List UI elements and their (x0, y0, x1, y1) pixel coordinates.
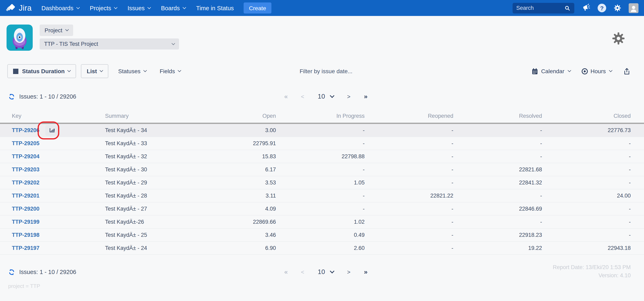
table-row: TTP-29206Test KaydÄ± - 343.00---22776.73 (0, 124, 644, 137)
key-cell: TTP-29203 (12, 163, 105, 176)
resolved-cell: - (453, 127, 542, 133)
pagination: « < 10 > » (284, 268, 367, 276)
reopened-cell: 22821.22 (364, 193, 453, 199)
nav-item-label: Issues (128, 5, 145, 11)
summary-cell: Test KaydÄ± - 33 (105, 140, 187, 146)
issue-key-link[interactable]: TTP-29202 (12, 180, 40, 186)
issue-key-link[interactable]: TTP-29203 (12, 166, 40, 173)
top-results-bar: Issues: 1 - 10 / 29206 « < 10 > » (8, 90, 637, 103)
issue-key-link[interactable]: TTP-29204 (12, 153, 40, 159)
chevron-down-icon (182, 6, 186, 9)
closed-cell: 22943.18 (542, 245, 631, 251)
open-cell: 3.11 (187, 193, 276, 199)
in-progress-cell: - (276, 127, 364, 133)
calendar-dropdown[interactable]: Calendar (532, 68, 571, 75)
search-box (512, 3, 574, 13)
refresh-icon[interactable] (8, 268, 15, 275)
issue-chart-button[interactable] (45, 125, 59, 136)
status-duration-table: KeySummaryOpenIn ProgressReopenedResolve… (0, 108, 644, 255)
search-icon[interactable] (564, 5, 571, 11)
report-settings-gear-icon[interactable] (612, 32, 626, 47)
pagination-last-button[interactable]: » (364, 93, 367, 100)
issues-count-label: Issues: 1 - 10 / 29206 (19, 269, 76, 275)
summary-cell: Test KaydÄ± - 27 (105, 206, 187, 212)
view-dropdown[interactable]: List (81, 64, 108, 78)
in-progress-cell: 0.49 (276, 232, 364, 238)
in-progress-cell: - (276, 140, 364, 146)
megaphone-icon[interactable] (582, 4, 590, 12)
page-size-select[interactable]: 10 (318, 268, 334, 276)
statuses-label: Statuses (118, 68, 140, 74)
issue-key-link[interactable]: TTP-29198 (12, 232, 40, 238)
nav-item-projects[interactable]: Projects (90, 5, 117, 11)
help-icon[interactable]: ? (598, 4, 606, 12)
chevron-down-icon (147, 6, 151, 9)
pagination-first-button[interactable]: « (284, 93, 287, 100)
nav-item-dashboards[interactable]: Dashboards (42, 5, 79, 11)
open-cell: 6.17 (187, 166, 276, 173)
chevron-down-icon (65, 28, 69, 31)
summary-cell: Test KaydÄ± - 28 (105, 193, 187, 199)
nav-item-boards[interactable]: Boards (161, 5, 186, 11)
issue-key-link[interactable]: TTP-29201 (12, 193, 40, 199)
chevron-down-icon (68, 69, 71, 72)
key-cell: TTP-29206 (12, 124, 105, 137)
nav-item-time-in-status[interactable]: Time in Status (196, 5, 234, 11)
top-navigation-bar: Jira DashboardsProjectsIssuesBoardsTime … (0, 0, 644, 16)
issue-date-filter-input[interactable] (300, 64, 390, 78)
issue-key-link[interactable]: TTP-29200 (12, 206, 40, 212)
summary-cell: Test KaydÄ± - 32 (105, 153, 187, 159)
open-cell: 3.46 (187, 232, 276, 238)
report-type-label: Status Duration (22, 68, 64, 74)
pagination-prev-button[interactable]: < (301, 269, 304, 275)
nav-item-issues[interactable]: Issues (128, 5, 150, 11)
closed-cell: - (542, 140, 631, 146)
pagination-last-button[interactable]: » (364, 268, 367, 276)
summary-cell: Test KaydÄ± - 30 (105, 166, 187, 173)
open-cell: 6.90 (187, 245, 276, 251)
summary-cell: Test KaydÄ± - 29 (105, 180, 187, 186)
gear-icon[interactable] (614, 4, 621, 12)
project-select[interactable]: TTP - TIS Test Project (40, 39, 179, 50)
pagination-first-button[interactable]: « (284, 268, 287, 276)
page-size-value: 10 (318, 268, 325, 276)
statuses-dropdown[interactable]: Statuses (118, 68, 146, 74)
scope-dropdown-button[interactable]: Project (40, 25, 73, 36)
jira-logo[interactable]: Jira (6, 3, 32, 13)
chevron-down-icon (609, 69, 612, 72)
in-progress-cell: - (276, 206, 364, 212)
resolved-cell: - (453, 140, 542, 146)
fields-dropdown[interactable]: Fields (160, 68, 181, 74)
summary-cell: Test KaydÄ± - 25 (105, 232, 187, 238)
status-duration-report-page: Jira DashboardsProjectsIssuesBoardsTime … (0, 0, 644, 301)
pagination-prev-button[interactable]: < (301, 93, 304, 100)
table-row: TTP-29197Test KaydÄ± - 246.902.60-19.222… (0, 242, 644, 255)
issue-key-link[interactable]: TTP-29197 (12, 245, 40, 251)
resolved-cell: 22841.32 (453, 180, 542, 186)
export-icon[interactable] (623, 67, 631, 75)
issue-key-link[interactable]: TTP-29205 (12, 140, 40, 146)
table-row: TTP-29200Test KaydÄ± - 274.09--22846.69- (0, 202, 644, 215)
pagination-next-button[interactable]: > (347, 269, 350, 275)
chevron-down-icon (330, 93, 334, 98)
report-type-dropdown[interactable]: Status Duration (7, 64, 76, 78)
issue-key-link[interactable]: TTP-29206 (12, 127, 40, 133)
search-input[interactable] (516, 5, 564, 11)
issue-key-link[interactable]: TTP-29199 (12, 219, 40, 225)
open-cell: 22795.91 (187, 140, 276, 146)
key-cell: TTP-29201 (12, 189, 105, 202)
user-avatar[interactable] (629, 3, 638, 13)
resolved-cell: - (453, 219, 542, 225)
create-button[interactable]: Create (244, 3, 272, 14)
refresh-icon[interactable] (8, 93, 15, 100)
table-header-row: KeySummaryOpenIn ProgressReopenedResolve… (0, 108, 644, 124)
column-header-key: Key (12, 113, 105, 123)
key-cell: TTP-29199 (12, 215, 105, 228)
pagination-next-button[interactable]: > (347, 93, 350, 100)
project-header: Project TTP - TIS Test Project (0, 16, 644, 64)
in-progress-cell: 22798.88 (276, 153, 364, 159)
time-unit-dropdown[interactable]: Hours (582, 68, 612, 74)
summary-cell: Test KaydÄ±-26 (105, 219, 187, 225)
table-row: TTP-29203Test KaydÄ± - 306.17--22821.68- (0, 163, 644, 176)
page-size-select[interactable]: 10 (318, 93, 334, 100)
